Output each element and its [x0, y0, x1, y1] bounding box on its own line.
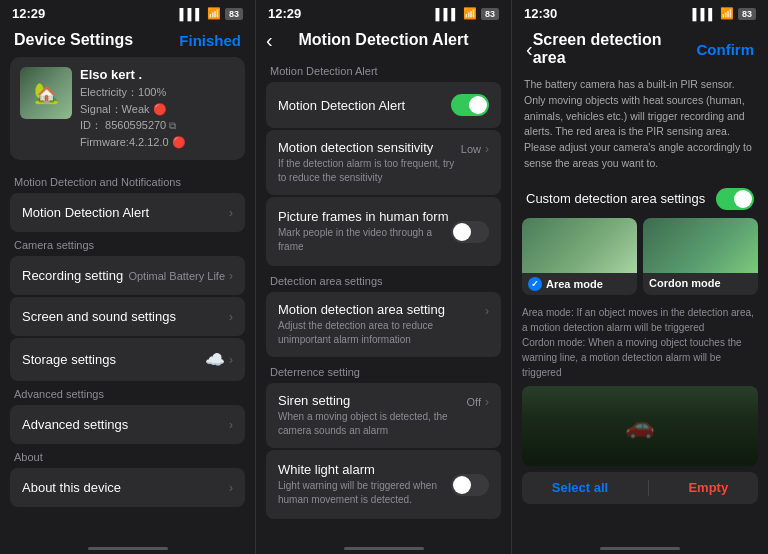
- chevron-icon-6: ›: [229, 481, 233, 495]
- detection-area-desc: Adjust the detection area to reduce unim…: [278, 319, 485, 347]
- sensitivity-value: Low: [461, 143, 481, 155]
- p2-section2-label: Detection area settings: [256, 267, 511, 291]
- picture-frames-row: Picture frames in human form Mark people…: [266, 197, 501, 266]
- p1-finished-button[interactable]: Finished: [179, 32, 241, 49]
- menu-recording[interactable]: Recording setting Optimal Battery Life ›: [10, 256, 245, 295]
- device-name: Elso kert .: [80, 67, 235, 82]
- picture-frames-content: Picture frames in human form Mark people…: [278, 209, 451, 254]
- p2-back-button[interactable]: ‹: [266, 29, 273, 52]
- device-id-row: ID： 8560595270 ⧉: [80, 117, 235, 134]
- p2-section3-label: Deterrence setting: [256, 358, 511, 382]
- section-camera-label: Camera settings: [0, 233, 255, 255]
- detection-area-right: ›: [485, 302, 489, 318]
- p1-title: Device Settings: [14, 31, 133, 49]
- cordon-mode-label-row: Cordon mode: [643, 273, 758, 293]
- empty-button[interactable]: Empty: [688, 480, 728, 495]
- sensitivity-row[interactable]: Motion detection sensitivity If the dete…: [266, 130, 501, 195]
- cloud-icon: ☁️: [205, 350, 225, 369]
- p3-title: Screen detection area: [533, 31, 697, 67]
- status-icons-2: ▌▌▌ 📶 83: [436, 7, 499, 20]
- panel-device-settings: 12:29 ▌▌▌ 📶 83 Device Settings Finished …: [0, 0, 256, 554]
- p3-back-button[interactable]: ‹: [526, 38, 533, 61]
- p1-header: Device Settings Finished: [0, 25, 255, 57]
- select-all-button[interactable]: Select all: [552, 480, 608, 495]
- picture-frames-desc: Mark people in the video through a frame: [278, 226, 451, 254]
- section-about-label: About: [0, 445, 255, 467]
- siren-content: Siren setting When a moving object is de…: [278, 393, 467, 438]
- menu-motion-alert[interactable]: Motion Detection Alert ›: [10, 193, 245, 232]
- status-time-2: 12:29: [268, 6, 301, 21]
- siren-value: Off: [467, 396, 481, 408]
- siren-desc: When a moving object is detected, the ca…: [278, 410, 467, 438]
- panel-motion-detection: 12:29 ▌▌▌ 📶 83 ‹ Motion Detection Alert …: [256, 0, 512, 554]
- white-light-desc: Light warning will be triggered when hum…: [278, 479, 451, 507]
- sensitivity-desc: If the detection alarm is too frequent, …: [278, 157, 461, 185]
- p2-section1-label: Motion Detection Alert: [256, 57, 511, 81]
- cordon-mode-card[interactable]: Cordon mode: [643, 218, 758, 295]
- p3-mode-desc: Area mode: If an object moves in the det…: [522, 305, 758, 380]
- chevron-icon-4: ›: [229, 353, 233, 367]
- status-bar-3: 12:30 ▌▌▌ 📶 83: [512, 0, 768, 25]
- p3-custom-label: Custom detection area settings: [526, 191, 705, 206]
- motion-toggle-row: Motion Detection Alert: [266, 82, 501, 128]
- p3-custom-row: Custom detection area settings: [512, 180, 768, 218]
- white-light-row: White light alarm Light warning will be …: [266, 450, 501, 519]
- white-light-toggle[interactable]: [451, 474, 489, 496]
- chevron-icon-s2: ›: [485, 304, 489, 318]
- siren-title: Siren setting: [278, 393, 467, 408]
- status-icons-3: ▌▌▌ 📶 83: [693, 7, 756, 20]
- p3-camera-feed: 🚗: [522, 386, 758, 466]
- battery-2: 83: [481, 8, 499, 20]
- p2-header: ‹ Motion Detection Alert: [256, 25, 511, 57]
- cordon-mode-label: Cordon mode: [649, 277, 721, 289]
- detection-area-title: Motion detection area setting: [278, 302, 485, 317]
- p3-confirm-button[interactable]: Confirm: [697, 41, 755, 58]
- storage-right: ☁️ ›: [205, 350, 233, 369]
- menu-advanced[interactable]: Advanced settings ›: [10, 405, 245, 444]
- mode-grid: ✓ Area mode Cordon mode: [512, 218, 768, 301]
- p3-header: ‹ Screen detection area Confirm: [512, 25, 768, 75]
- detection-area-row[interactable]: Motion detection area setting Adjust the…: [266, 292, 501, 357]
- chevron-icon-s1: ›: [485, 142, 489, 156]
- chevron-icon-2: ›: [229, 269, 233, 283]
- status-time-3: 12:30: [524, 6, 557, 21]
- sensitivity-content: Motion detection sensitivity If the dete…: [278, 140, 461, 185]
- menu-screen-sound[interactable]: Screen and sound settings ›: [10, 297, 245, 336]
- firmware-indicator: 🔴: [172, 136, 186, 148]
- section-advanced-label: Advanced settings: [0, 382, 255, 404]
- menu-about[interactable]: About this device ›: [10, 468, 245, 507]
- custom-detection-toggle[interactable]: [716, 188, 754, 210]
- status-bar-1: 12:29 ▌▌▌ 📶 83: [0, 0, 255, 25]
- area-mode-label: Area mode: [546, 278, 603, 290]
- bottom-indicator-2: [344, 547, 424, 550]
- signal-weak-indicator: 🔴: [153, 103, 167, 115]
- wifi-icon-1: 📶: [207, 7, 221, 20]
- menu-storage[interactable]: Storage settings ☁️ ›: [10, 338, 245, 381]
- battery-3: 83: [738, 8, 756, 20]
- device-info: Elso kert . Electricity：100% Signal：Weak…: [80, 67, 235, 150]
- cordon-mode-image: [643, 218, 758, 273]
- chevron-icon-3: ›: [229, 310, 233, 324]
- area-mode-card[interactable]: ✓ Area mode: [522, 218, 637, 295]
- bottom-indicator-1: [88, 547, 168, 550]
- motion-toggle[interactable]: [451, 94, 489, 116]
- device-electricity: Electricity：100%: [80, 84, 235, 101]
- picture-frames-toggle[interactable]: [451, 221, 489, 243]
- copy-icon[interactable]: ⧉: [169, 120, 176, 131]
- status-bar-2: 12:29 ▌▌▌ 📶 83: [256, 0, 511, 25]
- p3-info-text: The battery camera has a built-in PIR se…: [522, 77, 758, 172]
- battery-1: 83: [225, 8, 243, 20]
- section-motion-label: Motion Detection and Notifications: [0, 170, 255, 192]
- area-mode-label-row: ✓ Area mode: [522, 273, 637, 295]
- device-firmware: Firmware:4.2.12.0 🔴: [80, 134, 235, 151]
- white-light-content: White light alarm Light warning will be …: [278, 462, 451, 507]
- signal-icon-3: ▌▌▌: [693, 8, 716, 20]
- siren-row[interactable]: Siren setting When a moving object is de…: [266, 383, 501, 448]
- recording-value: Optimal Battery Life: [128, 270, 225, 282]
- white-light-title: White light alarm: [278, 462, 451, 477]
- picture-frames-title: Picture frames in human form: [278, 209, 451, 224]
- device-thumbnail: 🏡: [20, 67, 72, 119]
- sensitivity-right: Low ›: [461, 140, 489, 156]
- feed-overlay-icon: 🚗: [625, 412, 655, 440]
- device-card: 🏡 Elso kert . Electricity：100% Signal：We…: [10, 57, 245, 160]
